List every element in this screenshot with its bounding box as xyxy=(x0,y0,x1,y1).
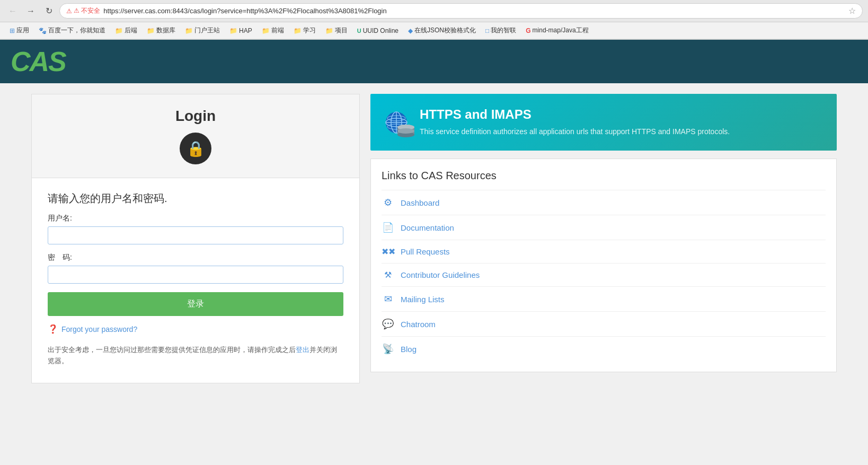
bookmark-json[interactable]: ◆ 在线JSON校验格式化 xyxy=(404,24,480,37)
bookmarks-bar: ⊞ 应用 🐾 百度一下，你就知道 📁 后端 📁 数据库 📁 门户王站 📁 HAP… xyxy=(0,22,868,39)
folder-icon: 📁 xyxy=(147,27,155,34)
right-panel: HTTPS and IMAPS This service definition … xyxy=(370,94,837,383)
bookmark-label: 后端 xyxy=(125,26,137,35)
forgot-password-row: ❓ Forgot your password? xyxy=(48,324,343,334)
login-panel: Login 🔒 请输入您的用户名和密码. 用户名: 密 码: 登录 ❓ Forg… xyxy=(31,94,360,383)
json-icon: ◆ xyxy=(408,27,413,34)
bookmark-frontend[interactable]: 📁 前端 xyxy=(258,24,288,37)
rss-icon: 📡 xyxy=(382,343,394,355)
address-bar[interactable]: ⚠ ⚠ 不安全 https://server.cas.com:8443/cas/… xyxy=(59,3,863,19)
mindmap-icon: G xyxy=(526,27,530,34)
password-input[interactable] xyxy=(48,266,343,284)
bookmark-myzl[interactable]: □ 我的智联 xyxy=(481,24,520,37)
bookmark-label: 我的智联 xyxy=(491,26,516,35)
https-text: HTTPS and IMAPS This service definition … xyxy=(420,107,730,137)
uuid-icon: U xyxy=(357,28,361,34)
resource-documentation[interactable]: 📄 Documentation xyxy=(382,215,826,240)
bookmark-label: HAP xyxy=(239,27,252,34)
bookmark-apps[interactable]: ⊞ 应用 xyxy=(5,24,33,37)
svg-point-11 xyxy=(397,128,414,134)
pr-icon: ✖✖ xyxy=(382,247,394,257)
cas-logo: CAS xyxy=(11,48,857,75)
help-icon: ❓ xyxy=(48,324,58,334)
refresh-button[interactable]: ↻ xyxy=(41,4,56,19)
security-warning-text: ⚠ 不安全 xyxy=(74,6,100,15)
bookmark-label: 数据库 xyxy=(156,26,175,35)
lock-icon-wrap: 🔒 xyxy=(180,133,211,164)
password-label: 密 码: xyxy=(48,253,343,262)
folder-icon: 📁 xyxy=(325,27,333,34)
login-button[interactable]: 登录 xyxy=(48,292,343,316)
folder-icon: 📁 xyxy=(185,27,193,34)
bookmark-db[interactable]: 📁 数据库 xyxy=(143,24,180,37)
bookmark-backend[interactable]: 📁 后端 xyxy=(111,24,141,37)
chat-icon: 💬 xyxy=(382,318,394,330)
bookmark-star[interactable]: ☆ xyxy=(848,6,856,16)
logo-slash: S xyxy=(48,46,66,77)
warning-icon: ⚠ xyxy=(66,7,72,15)
bookmark-baidu[interactable]: 🐾 百度一下，你就知道 xyxy=(34,24,110,37)
lock-icon: 🔒 xyxy=(187,140,205,157)
username-label: 用户名: xyxy=(48,214,343,223)
resource-label: Contributor Guidelines xyxy=(401,270,480,279)
security-warning: ⚠ ⚠ 不安全 xyxy=(66,6,100,15)
resource-label: Chatroom xyxy=(401,320,436,329)
database-svg xyxy=(396,124,415,138)
login-title: Login xyxy=(45,108,346,125)
myzl-icon: □ xyxy=(485,27,489,34)
https-description: This service definition authorizes all a… xyxy=(420,126,730,137)
login-instruction: 请输入您的用户名和密码. xyxy=(48,191,343,206)
https-banner: HTTPS and IMAPS This service definition … xyxy=(370,94,837,151)
back-button[interactable]: ← xyxy=(5,4,20,19)
resource-label: Documentation xyxy=(401,223,454,232)
forgot-password-link[interactable]: Forgot your password? xyxy=(61,325,137,334)
bookmark-label: 百度一下，你就知道 xyxy=(48,26,105,35)
bookmark-hap[interactable]: 📁 HAP xyxy=(225,25,256,36)
bookmark-label: 前端 xyxy=(271,26,284,35)
resource-label: Dashboard xyxy=(401,198,439,207)
browser-chrome: ← → ↻ ⚠ ⚠ 不安全 https://server.cas.com:844… xyxy=(0,0,868,40)
bookmark-uuid[interactable]: U UUID Online xyxy=(353,25,403,36)
bookmark-label: 门户王站 xyxy=(194,26,220,35)
resource-pull-requests[interactable]: ✖✖ Pull Requests xyxy=(382,240,826,263)
bookmark-label: 项目 xyxy=(335,26,348,35)
resource-dashboard[interactable]: ⚙ Dashboard xyxy=(382,190,826,215)
bookmark-label: 应用 xyxy=(16,26,29,35)
resource-blog[interactable]: 📡 Blog xyxy=(382,336,826,361)
main-content: Login 🔒 请输入您的用户名和密码. 用户名: 密 码: 登录 ❓ Forg… xyxy=(10,83,858,394)
mail-icon: ✉ xyxy=(382,293,394,305)
login-body: 请输入您的用户名和密码. 用户名: 密 码: 登录 ❓ Forgot your … xyxy=(32,178,359,383)
apps-icon: ⊞ xyxy=(10,27,15,34)
bookmark-mindmap[interactable]: G mind-map/Java工程 xyxy=(521,24,592,37)
bookmark-label: UUID Online xyxy=(363,27,398,34)
cas-resources: Links to CAS Resources ⚙ Dashboard 📄 Doc… xyxy=(370,159,837,372)
resource-contributor-guidelines[interactable]: ⚒ Contributor Guidelines xyxy=(382,263,826,286)
logo-text: CA xyxy=(11,46,48,77)
logout-link[interactable]: 登出 xyxy=(296,346,309,354)
resource-label: Pull Requests xyxy=(401,247,450,256)
url-text: https://server.cas.com:8443/cas/login?se… xyxy=(103,7,842,15)
baidu-icon: 🐾 xyxy=(39,27,47,34)
folder-icon: 📁 xyxy=(294,27,302,34)
bookmark-label: 在线JSON校验格式化 xyxy=(414,26,476,35)
resource-chatroom[interactable]: 💬 Chatroom xyxy=(382,311,826,336)
bookmark-portal[interactable]: 📁 门户王站 xyxy=(181,24,224,37)
login-header: Login 🔒 xyxy=(32,94,359,178)
folder-icon: 📁 xyxy=(229,27,237,34)
security-note-text1: 出于安全考虑，一旦您访问过那些需要您提供凭证信息的应用时，请操作完成之后 xyxy=(48,346,296,354)
bookmark-study[interactable]: 📁 学习 xyxy=(289,24,320,37)
globe-db-icon xyxy=(384,110,409,135)
username-input[interactable] xyxy=(48,226,343,244)
resources-title: Links to CAS Resources xyxy=(382,170,826,182)
bookmark-project[interactable]: 📁 项目 xyxy=(321,24,352,37)
contrib-icon: ⚒ xyxy=(382,270,394,280)
forward-button[interactable]: → xyxy=(23,4,38,19)
folder-icon: 📁 xyxy=(115,27,123,34)
resource-mailing-lists[interactable]: ✉ Mailing Lists xyxy=(382,286,826,311)
doc-icon: 📄 xyxy=(382,222,394,233)
security-note: 出于安全考虑，一旦您访问过那些需要您提供凭证信息的应用时，请操作完成之后登出并关… xyxy=(48,345,343,367)
https-title: HTTPS and IMAPS xyxy=(420,107,730,122)
bookmark-label: 学习 xyxy=(303,26,316,35)
browser-nav: ← → ↻ ⚠ ⚠ 不安全 https://server.cas.com:844… xyxy=(0,0,868,22)
bookmark-label: mind-map/Java工程 xyxy=(533,26,589,35)
